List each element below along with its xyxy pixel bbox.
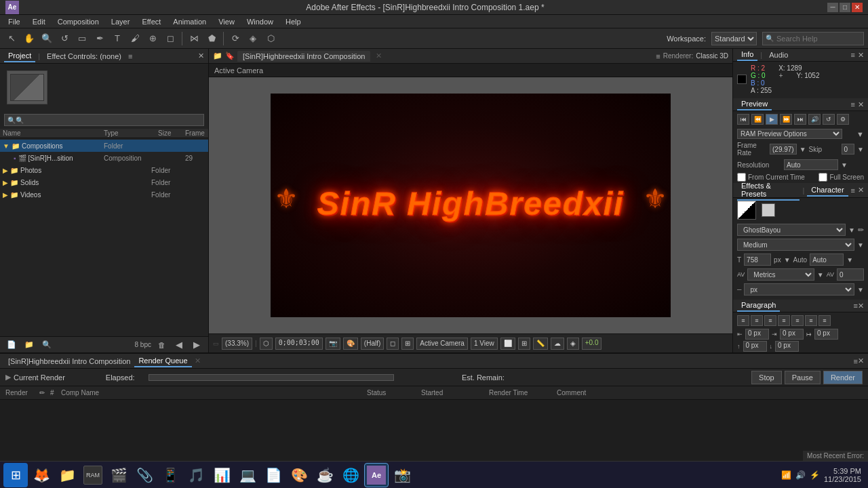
taskbar-app5[interactable]: 📎 <box>132 463 157 487</box>
resolution-dropdown[interactable]: Auto <box>784 159 838 170</box>
preview-last-frame[interactable]: ⏭ <box>794 114 806 125</box>
tool-clone[interactable]: ⊕ <box>145 31 160 46</box>
auto-value[interactable]: Auto <box>810 253 844 266</box>
tab-info[interactable]: Info <box>737 49 757 61</box>
preview-options-arrow[interactable]: ▼ <box>856 130 864 138</box>
tool-zoom[interactable]: 🔍 <box>39 31 54 46</box>
framerate-value[interactable]: (29.97) <box>770 144 797 155</box>
preview-panel-menu[interactable]: ≡ <box>851 100 855 108</box>
tab-timeline[interactable]: [SinR]Highbreedxii Intro Composition <box>4 356 134 367</box>
tool-puppet[interactable]: ⋈ <box>186 31 201 46</box>
tab-character[interactable]: Character <box>807 184 848 197</box>
effects-panel-menu[interactable]: ≡ <box>851 186 855 195</box>
region-interest-button[interactable]: ◻ <box>387 338 399 350</box>
font-style-arrow[interactable]: ▼ <box>857 241 864 249</box>
safe-zones-button[interactable]: ⬜ <box>500 338 515 350</box>
effects-panel-close[interactable]: ✕ <box>858 186 864 195</box>
font-name-dropdown[interactable]: GhostBayou <box>737 224 846 236</box>
paragraph-panel-close[interactable]: ✕ <box>858 302 864 310</box>
taskbar-visio[interactable]: 📊 <box>210 463 234 487</box>
tab-paragraph[interactable]: Paragraph <box>737 300 780 312</box>
timecode-display[interactable]: 0;00;03;00 <box>275 338 323 350</box>
tool-extra2[interactable]: ⬡ <box>263 31 278 46</box>
taskbar-app6[interactable]: 📱 <box>158 463 182 487</box>
folder-button[interactable]: 📁 <box>22 338 37 352</box>
align-justify-left[interactable]: ≡ <box>778 315 790 326</box>
preview-audio[interactable]: 🔊 <box>808 114 821 125</box>
grid-button[interactable]: ⊞ <box>518 338 530 350</box>
indent-right-value[interactable]: 0 px <box>780 329 804 340</box>
preview-prev-frame[interactable]: ⏪ <box>751 114 764 125</box>
tab-preview[interactable]: Preview <box>737 98 772 110</box>
taskbar-aftereffects[interactable]: Ae <box>364 463 389 487</box>
tool-text[interactable]: T <box>110 31 125 46</box>
tool-sync[interactable]: ⟳ <box>228 31 243 46</box>
view-layout-control[interactable]: 1 View <box>471 338 498 350</box>
menu-view[interactable]: View <box>213 16 240 27</box>
align-center[interactable]: ≡ <box>751 315 763 326</box>
font-name-arrow[interactable]: ▼ <box>848 226 855 234</box>
zoom-control[interactable]: (33.3%) <box>222 338 252 350</box>
preview-panel-close[interactable]: ✕ <box>858 100 864 109</box>
nav-right[interactable]: ▶ <box>189 338 204 352</box>
font-size-arrow[interactable]: ▼ <box>784 256 791 264</box>
comp-viewer-wrapper[interactable]: ⚜ ⚜ SinR HighBreedxii <box>209 77 732 333</box>
project-search-input[interactable] <box>16 117 201 124</box>
pause-button[interactable]: Pause <box>785 371 821 384</box>
taskbar-app13[interactable]: 🌐 <box>338 463 363 487</box>
metrics-dropdown[interactable]: Metrics <box>747 268 814 281</box>
menu-file[interactable]: File <box>3 16 26 27</box>
list-item[interactable]: ▪ 🎬 [SinR]H...sition Composition 29 <box>0 152 208 164</box>
tab-effects-presets[interactable]: Effects & Presets <box>737 180 800 201</box>
tool-shape[interactable]: ⬟ <box>204 31 219 46</box>
taskbar-app11[interactable]: 🎨 <box>287 463 311 487</box>
delete-button[interactable]: 🗑 <box>154 338 169 352</box>
preview-play[interactable]: ▶ <box>766 114 778 125</box>
taskbar-word[interactable]: 📄 <box>261 463 285 487</box>
space-after-value[interactable]: 0 px <box>775 341 799 352</box>
menu-window[interactable]: Window <box>241 16 279 27</box>
taskbar-terminal[interactable]: 💻 <box>235 463 260 487</box>
info-panel-menu[interactable]: ≡ <box>851 51 855 59</box>
menu-composition[interactable]: Composition <box>52 16 104 27</box>
align-left[interactable]: ≡ <box>737 315 749 326</box>
tool-hand[interactable]: ✋ <box>22 31 37 46</box>
layer-controls-button[interactable]: ◈ <box>567 338 579 350</box>
composition-tab[interactable]: [SinR]Highbreedxii Intro Composition <box>237 51 370 62</box>
indent-left-value[interactable]: 0 px <box>745 329 769 340</box>
skip-value[interactable]: 0 <box>842 144 855 155</box>
tool-eraser[interactable]: ◻ <box>163 31 178 46</box>
list-item[interactable]: ▶ 📁 Photos Folder <box>0 164 208 176</box>
preview-loop[interactable]: ↺ <box>823 114 835 125</box>
close-button[interactable]: ✕ <box>852 3 863 12</box>
taskbar-app15[interactable]: 📸 <box>390 463 414 487</box>
list-item[interactable]: ▼ 📁 Compositions Folder <box>0 140 208 152</box>
start-button[interactable]: ⊞ <box>3 463 28 487</box>
skip-arrow[interactable]: ▼ <box>857 146 864 153</box>
motion-blur-button[interactable]: ☁ <box>551 338 564 350</box>
taskbar-files[interactable]: 📁 <box>55 463 79 487</box>
snapshot-button[interactable]: 📷 <box>326 338 340 350</box>
preview-next-frame[interactable]: ⏩ <box>780 114 792 125</box>
taskbar-firefox[interactable]: 🦊 <box>29 463 54 487</box>
align-justify-all[interactable]: ≡ <box>818 315 831 326</box>
tab-project[interactable]: Project <box>4 50 35 62</box>
current-render-expand[interactable]: ▶ <box>5 373 11 382</box>
taskbar-vlc[interactable]: 🎬 <box>106 463 131 487</box>
preview-options-btn[interactable]: ⚙ <box>837 114 849 125</box>
nav-left[interactable]: ◀ <box>172 338 186 352</box>
render-queue-close[interactable]: ✕ <box>195 357 201 365</box>
menu-edit[interactable]: Edit <box>27 16 51 27</box>
list-item[interactable]: ▶ 📁 Videos Folder <box>0 188 208 201</box>
timeline-panel-close[interactable]: ✕ <box>858 357 864 365</box>
indent-first-value[interactable]: 0 px <box>814 329 838 340</box>
camera-control[interactable]: Active Camera <box>416 338 468 350</box>
info-panel-close[interactable]: ✕ <box>858 51 864 60</box>
full-screen-check[interactable] <box>818 173 827 182</box>
tab-audio[interactable]: Audio <box>765 49 792 60</box>
minimize-button[interactable]: ─ <box>827 3 838 12</box>
stroke-color-swatch[interactable] <box>762 203 775 217</box>
search-button[interactable]: 🔍 <box>39 338 54 352</box>
auto-arrow[interactable]: ▼ <box>846 256 853 264</box>
menu-effect[interactable]: Effect <box>136 16 166 27</box>
